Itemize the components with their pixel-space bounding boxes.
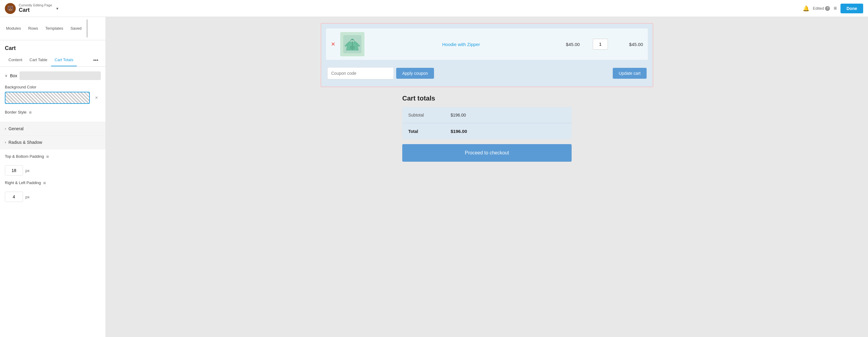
cart-item-row: ✕	[326, 28, 648, 60]
cart-totals-section: Cart totals Subtotal $196.00 Total $196.…	[402, 94, 571, 162]
update-cart-button[interactable]: Update cart	[613, 68, 647, 79]
box-label: Box	[10, 73, 17, 78]
canvas: ✕	[106, 17, 868, 337]
box-color-swatch	[20, 72, 101, 80]
padding-section: Top & Bottom Padding 🖥 px Right & Left P…	[0, 149, 105, 207]
page-content: ✕	[320, 23, 653, 162]
cart-item-price: $45.00	[558, 42, 588, 47]
hoodie-image	[343, 35, 362, 53]
top-bottom-input[interactable]	[5, 165, 23, 176]
sidebar-scrollbar	[87, 19, 88, 37]
top-bottom-padding-row: Top & Bottom Padding 🖥	[5, 154, 101, 161]
radius-chevron-icon: ›	[5, 140, 6, 144]
list-icon[interactable]: ≡	[834, 5, 837, 11]
right-left-input[interactable]	[5, 192, 23, 202]
main-layout: Modules Rows Templates Saved Cart Conten…	[0, 17, 868, 337]
right-left-unit: px	[25, 195, 30, 199]
totals-table: Subtotal $196.00 Total $196.00	[402, 107, 571, 139]
right-left-padding-row: Right & Left Padding 🖥	[5, 180, 101, 188]
tab-content[interactable]: Content	[5, 54, 26, 66]
topbar-left: 🐻 Currently Editing Page Cart ▾	[5, 3, 58, 14]
cart-item-image	[340, 32, 365, 56]
subtotal-value: $196.00	[451, 113, 466, 117]
total-value: $196.00	[451, 129, 467, 134]
topbar-right: 🔔 Edited ? ≡ Done	[803, 4, 863, 13]
sidebar: Modules Rows Templates Saved Cart Conten…	[0, 17, 106, 337]
sidebar-nav-rows[interactable]: Rows	[25, 21, 42, 36]
box-chevron-icon[interactable]: ∨	[5, 74, 7, 78]
box-section: ∨ Box Background Color × Border Style 🖥	[0, 66, 105, 122]
help-icon[interactable]: ?	[825, 6, 830, 11]
tab-cart-table[interactable]: Cart Table	[26, 54, 51, 66]
right-left-input-row: px	[5, 192, 101, 202]
proceed-to-checkout-button[interactable]: Proceed to checkout	[402, 144, 571, 162]
clear-color-icon[interactable]: ×	[92, 93, 101, 102]
radius-shadow-collapsible[interactable]: › Radius & Shadow	[0, 136, 105, 149]
tab-cart-totals[interactable]: Cart Totals	[51, 54, 77, 66]
svg-rect-2	[350, 46, 355, 49]
general-chevron-icon: ›	[5, 127, 6, 131]
top-bottom-input-row: px	[5, 165, 101, 176]
subtotal-row: Subtotal $196.00	[402, 107, 571, 123]
cart-totals-title: Cart totals	[402, 94, 571, 102]
color-input-row: ×	[5, 92, 101, 104]
edited-label: Edited ?	[813, 6, 830, 11]
top-bottom-monitor-icon: 🖥	[46, 155, 49, 158]
sidebar-nav-modules[interactable]: Modules	[2, 21, 25, 36]
topbar-title: Currently Editing Page Cart	[19, 3, 52, 13]
sidebar-nav-saved[interactable]: Saved	[67, 21, 85, 36]
general-label: General	[8, 126, 24, 131]
cart-item-quantity[interactable]	[593, 39, 608, 50]
topbar-subtitle: Currently Editing Page	[19, 3, 52, 7]
coupon-input[interactable]	[327, 67, 394, 79]
border-style-monitor-icon: 🖥	[28, 111, 32, 114]
cart-item-name[interactable]: Hoodie with Zipper	[369, 42, 553, 47]
subtotal-label: Subtotal	[408, 113, 451, 117]
topbar-chevron-icon[interactable]: ▾	[56, 6, 58, 11]
right-left-padding-label: Right & Left Padding 🖥	[5, 180, 46, 185]
cart-item-total: $45.00	[613, 42, 643, 47]
color-input[interactable]	[5, 92, 90, 104]
box-row: ∨ Box	[5, 72, 101, 80]
right-left-monitor-icon: 🖥	[43, 181, 46, 185]
apply-coupon-button[interactable]: Apply coupon	[396, 68, 434, 79]
general-collapsible[interactable]: › General	[0, 122, 105, 136]
border-style-label: Border Style 🖥	[5, 110, 101, 114]
topbar: 🐻 Currently Editing Page Cart ▾ 🔔 Edited…	[0, 0, 868, 17]
sidebar-title: Cart	[0, 40, 105, 54]
coupon-left: Apply coupon	[327, 67, 434, 79]
bell-icon[interactable]: 🔔	[803, 5, 809, 12]
radius-shadow-label: Radius & Shadow	[8, 140, 42, 145]
logo-emoji: 🐻	[7, 5, 13, 12]
sidebar-nav: Modules Rows Templates Saved	[0, 17, 105, 40]
top-bottom-padding-label: Top & Bottom Padding 🖥	[5, 154, 49, 159]
cart-table-container: ✕	[320, 23, 653, 87]
sidebar-nav-templates[interactable]: Templates	[42, 21, 67, 36]
top-bottom-unit: px	[25, 168, 30, 173]
done-button[interactable]: Done	[840, 4, 863, 13]
total-row: Total $196.00	[402, 123, 571, 139]
sidebar-tabs: Content Cart Table Cart Totals •••	[0, 54, 105, 66]
topbar-logo: 🐻	[5, 3, 16, 14]
remove-item-button[interactable]: ✕	[331, 41, 335, 48]
total-label: Total	[408, 129, 451, 134]
tab-more-icon[interactable]: •••	[91, 55, 101, 66]
cart-coupon-row: Apply coupon Update cart	[326, 65, 648, 82]
topbar-page-title: Cart	[19, 7, 52, 13]
background-color-label: Background Color	[5, 85, 101, 89]
